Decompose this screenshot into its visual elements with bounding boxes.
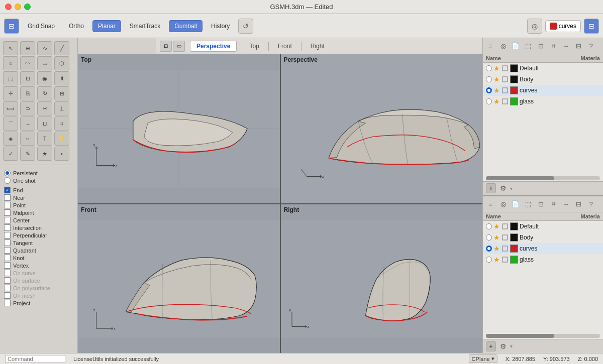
sidebar-toggle[interactable]: ⊟ — [4, 19, 19, 34]
check-tool[interactable]: ✓ — [3, 147, 18, 161]
snap-near[interactable]: Near — [4, 194, 73, 201]
point-tool[interactable]: ⊕ — [20, 41, 35, 55]
panel-cam-icon-b[interactable]: ⊡ — [535, 198, 546, 209]
maximize-button[interactable] — [24, 4, 31, 10]
vertex-checkbox[interactable] — [4, 262, 11, 269]
planar-button[interactable]: Planar — [92, 20, 121, 32]
rect-tool[interactable]: ▭ — [37, 56, 52, 70]
layer-radio-body-top[interactable] — [486, 76, 492, 82]
persistent-option[interactable]: Persistent — [4, 169, 73, 177]
tab-right[interactable]: Right — [305, 41, 331, 51]
snap-tangent[interactable]: Tangent — [4, 239, 73, 247]
intersection-checkbox[interactable] — [4, 224, 11, 231]
mesh-tool[interactable]: ⌗ — [54, 116, 69, 131]
ortho-button[interactable]: Ortho — [63, 20, 89, 32]
panel-sphere-icon-b[interactable]: ◎ — [497, 198, 509, 209]
curve-tool[interactable]: ∿ — [37, 41, 52, 55]
viewport-right[interactable]: Right — [281, 204, 483, 353]
scale-tool[interactable]: ⊞ — [54, 86, 69, 100]
gear-btn-bottom[interactable]: ⚙ — [498, 341, 508, 351]
viewport-top[interactable]: Top — [78, 54, 280, 203]
snap-intersection[interactable]: Intersection — [4, 224, 73, 231]
oncurve-checkbox[interactable] — [4, 270, 11, 276]
analysis-tool[interactable]: ◈ — [3, 132, 18, 146]
split-tool[interactable]: ⊥ — [54, 101, 69, 115]
panel-arrow-icon-b[interactable]: → — [560, 198, 571, 209]
minimize-button[interactable] — [15, 4, 21, 10]
panel-grid-icon-b[interactable]: ⌗ — [548, 198, 559, 209]
onsurface-checkbox[interactable] — [4, 277, 11, 284]
snap-quadrant[interactable]: Quadrant — [4, 247, 73, 254]
grid-snap-button[interactable]: Grid Snap — [22, 20, 60, 32]
midpoint-checkbox[interactable] — [4, 209, 11, 216]
panel-layers-icon[interactable]: ≡ — [485, 41, 496, 52]
tab-perspective[interactable]: Perspective — [190, 41, 237, 52]
near-checkbox[interactable] — [4, 194, 11, 201]
trim-tool[interactable]: ✂ — [37, 101, 52, 115]
panel-layers-icon-b[interactable]: ≡ — [485, 198, 496, 209]
oneshot-option[interactable]: One shot — [4, 177, 73, 184]
box-tool[interactable]: ⊡ — [20, 71, 35, 85]
panel-screen-icon[interactable]: ⊟ — [573, 41, 584, 52]
project-checkbox[interactable] — [4, 300, 11, 306]
right-panel-toggle[interactable]: ⊟ — [584, 19, 599, 34]
layer-item-glass-top[interactable]: ★ glass — [483, 96, 603, 107]
join-tool[interactable]: ⊔ — [37, 116, 52, 131]
panel-box-icon-b[interactable]: ⬚ — [523, 198, 534, 209]
viewport-perspective[interactable]: Perspective — [281, 54, 483, 203]
snap-on-polysurface[interactable]: On polysurface — [4, 284, 73, 292]
command-input[interactable] — [5, 355, 65, 363]
knot-checkbox[interactable] — [4, 255, 11, 261]
star-tool[interactable]: ★ — [37, 147, 52, 161]
layer-item-curves-top[interactable]: ★ curves — [483, 85, 603, 96]
close-button[interactable] — [5, 4, 12, 10]
snap-on-surface[interactable]: On surface — [4, 277, 73, 284]
smarttrack-button[interactable]: SmartTrack — [124, 20, 166, 32]
snap-end[interactable]: ✓ End — [4, 186, 73, 194]
layer-radio-default-bottom[interactable] — [486, 223, 492, 229]
view-icon-flat[interactable]: ▭ — [173, 41, 185, 52]
viewport-front[interactable]: Front — [78, 204, 280, 353]
panel-sphere-icon[interactable]: ◎ — [497, 41, 509, 52]
onmesh-checkbox[interactable] — [4, 292, 11, 299]
panel-doc-icon-b[interactable]: 📄 — [510, 198, 521, 209]
history-button[interactable]: History — [206, 20, 235, 32]
point-checkbox[interactable] — [4, 202, 11, 208]
persistent-radio[interactable] — [4, 170, 11, 176]
line-tool[interactable]: ╱ — [54, 41, 69, 55]
snap-perpendicular[interactable]: Perpendicular — [4, 231, 73, 239]
scrollbar-bottom[interactable] — [486, 334, 600, 338]
layer-radio-glass-top[interactable] — [486, 98, 492, 104]
gumball-button[interactable]: Gumball — [169, 20, 203, 32]
center-checkbox[interactable] — [4, 217, 11, 223]
quadrant-checkbox[interactable] — [4, 247, 11, 254]
tab-top[interactable]: Top — [243, 41, 265, 51]
sphere-tool[interactable]: ◉ — [37, 71, 52, 85]
snap-on-curve[interactable]: On curve — [4, 269, 73, 277]
target-icon-btn[interactable]: ◎ — [527, 19, 542, 34]
text-tool[interactable]: T — [37, 132, 52, 146]
circle-tool[interactable]: ○ — [3, 56, 18, 70]
snap-on-mesh[interactable]: On mesh — [4, 292, 73, 299]
onpolysurface-checkbox[interactable] — [4, 285, 11, 291]
layer-radio-default-top[interactable] — [486, 65, 492, 71]
perpendicular-checkbox[interactable] — [4, 232, 11, 238]
pencil-tool[interactable]: ✎ — [20, 147, 35, 161]
copy-tool[interactable]: ⎘ — [20, 86, 35, 100]
gear-btn-top[interactable]: ⚙ — [498, 183, 508, 193]
mirror-tool[interactable]: ⟺ — [3, 101, 18, 115]
dot-tool[interactable]: • — [54, 147, 69, 161]
arc-tool[interactable]: ◠ — [20, 56, 35, 70]
scrollbar-top[interactable] — [486, 176, 600, 180]
tab-front[interactable]: Front — [272, 41, 298, 51]
add-layer-btn-top[interactable]: + — [486, 183, 496, 193]
tangent-checkbox[interactable] — [4, 239, 11, 246]
fillet-tool[interactable]: ⌒ — [3, 116, 18, 131]
snap-knot[interactable]: Knot — [4, 254, 73, 262]
layer-item-default-bottom[interactable]: ★ Default — [483, 221, 603, 232]
panel-help-icon[interactable]: ? — [585, 41, 596, 52]
panel-doc-icon[interactable]: 📄 — [510, 41, 521, 52]
panel-help-icon-b[interactable]: ? — [585, 198, 596, 209]
panel-arrow-icon[interactable]: → — [560, 41, 571, 52]
oneshot-radio[interactable] — [4, 177, 11, 184]
